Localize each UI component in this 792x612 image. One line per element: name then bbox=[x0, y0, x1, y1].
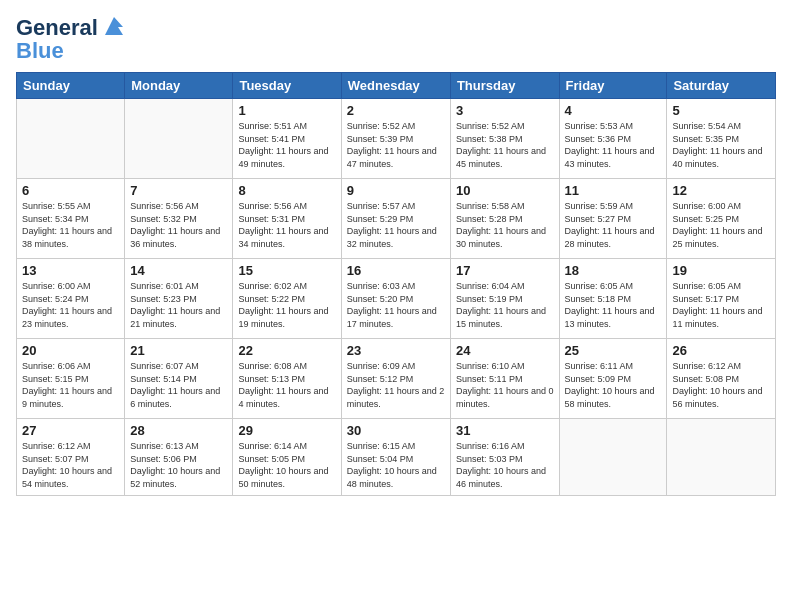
calendar-cell: 14Sunrise: 6:01 AM Sunset: 5:23 PM Dayli… bbox=[125, 259, 233, 339]
calendar-cell: 26Sunrise: 6:12 AM Sunset: 5:08 PM Dayli… bbox=[667, 339, 776, 419]
day-info: Sunrise: 6:00 AM Sunset: 5:24 PM Dayligh… bbox=[22, 280, 119, 330]
calendar-cell: 7Sunrise: 5:56 AM Sunset: 5:32 PM Daylig… bbox=[125, 179, 233, 259]
day-number: 1 bbox=[238, 103, 335, 118]
day-number: 6 bbox=[22, 183, 119, 198]
calendar-cell: 5Sunrise: 5:54 AM Sunset: 5:35 PM Daylig… bbox=[667, 99, 776, 179]
calendar-cell bbox=[125, 99, 233, 179]
day-number: 10 bbox=[456, 183, 554, 198]
day-info: Sunrise: 6:03 AM Sunset: 5:20 PM Dayligh… bbox=[347, 280, 445, 330]
logo-icon bbox=[101, 13, 127, 39]
day-info: Sunrise: 5:51 AM Sunset: 5:41 PM Dayligh… bbox=[238, 120, 335, 170]
calendar-cell: 17Sunrise: 6:04 AM Sunset: 5:19 PM Dayli… bbox=[450, 259, 559, 339]
calendar-cell: 19Sunrise: 6:05 AM Sunset: 5:17 PM Dayli… bbox=[667, 259, 776, 339]
calendar-cell: 12Sunrise: 6:00 AM Sunset: 5:25 PM Dayli… bbox=[667, 179, 776, 259]
day-number: 8 bbox=[238, 183, 335, 198]
weekday-header: Sunday bbox=[17, 73, 125, 99]
page-header: General Blue bbox=[16, 16, 776, 62]
day-number: 21 bbox=[130, 343, 227, 358]
day-info: Sunrise: 6:10 AM Sunset: 5:11 PM Dayligh… bbox=[456, 360, 554, 410]
calendar-cell: 6Sunrise: 5:55 AM Sunset: 5:34 PM Daylig… bbox=[17, 179, 125, 259]
weekday-header: Saturday bbox=[667, 73, 776, 99]
calendar-cell: 30Sunrise: 6:15 AM Sunset: 5:04 PM Dayli… bbox=[341, 419, 450, 495]
calendar-cell: 24Sunrise: 6:10 AM Sunset: 5:11 PM Dayli… bbox=[450, 339, 559, 419]
calendar-cell: 9Sunrise: 5:57 AM Sunset: 5:29 PM Daylig… bbox=[341, 179, 450, 259]
day-number: 2 bbox=[347, 103, 445, 118]
weekday-header: Thursday bbox=[450, 73, 559, 99]
day-info: Sunrise: 5:56 AM Sunset: 5:31 PM Dayligh… bbox=[238, 200, 335, 250]
day-info: Sunrise: 6:05 AM Sunset: 5:18 PM Dayligh… bbox=[565, 280, 662, 330]
calendar-cell: 23Sunrise: 6:09 AM Sunset: 5:12 PM Dayli… bbox=[341, 339, 450, 419]
day-number: 15 bbox=[238, 263, 335, 278]
calendar-week-row: 13Sunrise: 6:00 AM Sunset: 5:24 PM Dayli… bbox=[17, 259, 776, 339]
calendar-cell bbox=[667, 419, 776, 495]
day-info: Sunrise: 6:04 AM Sunset: 5:19 PM Dayligh… bbox=[456, 280, 554, 330]
day-info: Sunrise: 5:59 AM Sunset: 5:27 PM Dayligh… bbox=[565, 200, 662, 250]
day-number: 26 bbox=[672, 343, 770, 358]
day-info: Sunrise: 6:01 AM Sunset: 5:23 PM Dayligh… bbox=[130, 280, 227, 330]
calendar-cell: 2Sunrise: 5:52 AM Sunset: 5:39 PM Daylig… bbox=[341, 99, 450, 179]
calendar-cell: 3Sunrise: 5:52 AM Sunset: 5:38 PM Daylig… bbox=[450, 99, 559, 179]
calendar-cell bbox=[559, 419, 667, 495]
day-number: 30 bbox=[347, 423, 445, 438]
logo-general: General bbox=[16, 15, 98, 40]
weekday-header: Wednesday bbox=[341, 73, 450, 99]
day-info: Sunrise: 5:58 AM Sunset: 5:28 PM Dayligh… bbox=[456, 200, 554, 250]
day-info: Sunrise: 6:14 AM Sunset: 5:05 PM Dayligh… bbox=[238, 440, 335, 490]
logo: General Blue bbox=[16, 16, 127, 62]
calendar-cell: 11Sunrise: 5:59 AM Sunset: 5:27 PM Dayli… bbox=[559, 179, 667, 259]
day-number: 4 bbox=[565, 103, 662, 118]
calendar-cell: 22Sunrise: 6:08 AM Sunset: 5:13 PM Dayli… bbox=[233, 339, 341, 419]
day-info: Sunrise: 5:52 AM Sunset: 5:39 PM Dayligh… bbox=[347, 120, 445, 170]
calendar-header-row: SundayMondayTuesdayWednesdayThursdayFrid… bbox=[17, 73, 776, 99]
calendar-cell: 10Sunrise: 5:58 AM Sunset: 5:28 PM Dayli… bbox=[450, 179, 559, 259]
calendar-cell: 29Sunrise: 6:14 AM Sunset: 5:05 PM Dayli… bbox=[233, 419, 341, 495]
day-info: Sunrise: 6:06 AM Sunset: 5:15 PM Dayligh… bbox=[22, 360, 119, 410]
day-number: 25 bbox=[565, 343, 662, 358]
day-number: 20 bbox=[22, 343, 119, 358]
calendar-cell: 4Sunrise: 5:53 AM Sunset: 5:36 PM Daylig… bbox=[559, 99, 667, 179]
day-info: Sunrise: 6:07 AM Sunset: 5:14 PM Dayligh… bbox=[130, 360, 227, 410]
weekday-header: Monday bbox=[125, 73, 233, 99]
day-info: Sunrise: 5:57 AM Sunset: 5:29 PM Dayligh… bbox=[347, 200, 445, 250]
day-info: Sunrise: 6:13 AM Sunset: 5:06 PM Dayligh… bbox=[130, 440, 227, 490]
day-info: Sunrise: 5:54 AM Sunset: 5:35 PM Dayligh… bbox=[672, 120, 770, 170]
calendar-cell: 27Sunrise: 6:12 AM Sunset: 5:07 PM Dayli… bbox=[17, 419, 125, 495]
logo-blue: Blue bbox=[16, 40, 127, 62]
day-info: Sunrise: 6:15 AM Sunset: 5:04 PM Dayligh… bbox=[347, 440, 445, 490]
svg-marker-0 bbox=[105, 17, 123, 35]
calendar-table: SundayMondayTuesdayWednesdayThursdayFrid… bbox=[16, 72, 776, 495]
day-number: 3 bbox=[456, 103, 554, 118]
calendar-cell: 25Sunrise: 6:11 AM Sunset: 5:09 PM Dayli… bbox=[559, 339, 667, 419]
day-number: 29 bbox=[238, 423, 335, 438]
day-number: 23 bbox=[347, 343, 445, 358]
day-number: 18 bbox=[565, 263, 662, 278]
calendar-cell: 31Sunrise: 6:16 AM Sunset: 5:03 PM Dayli… bbox=[450, 419, 559, 495]
day-info: Sunrise: 6:12 AM Sunset: 5:07 PM Dayligh… bbox=[22, 440, 119, 490]
day-number: 19 bbox=[672, 263, 770, 278]
calendar-cell: 16Sunrise: 6:03 AM Sunset: 5:20 PM Dayli… bbox=[341, 259, 450, 339]
day-number: 27 bbox=[22, 423, 119, 438]
day-info: Sunrise: 5:56 AM Sunset: 5:32 PM Dayligh… bbox=[130, 200, 227, 250]
calendar-cell: 8Sunrise: 5:56 AM Sunset: 5:31 PM Daylig… bbox=[233, 179, 341, 259]
weekday-header: Tuesday bbox=[233, 73, 341, 99]
calendar-cell: 15Sunrise: 6:02 AM Sunset: 5:22 PM Dayli… bbox=[233, 259, 341, 339]
day-info: Sunrise: 6:09 AM Sunset: 5:12 PM Dayligh… bbox=[347, 360, 445, 410]
calendar-week-row: 27Sunrise: 6:12 AM Sunset: 5:07 PM Dayli… bbox=[17, 419, 776, 495]
day-info: Sunrise: 5:55 AM Sunset: 5:34 PM Dayligh… bbox=[22, 200, 119, 250]
calendar-cell: 18Sunrise: 6:05 AM Sunset: 5:18 PM Dayli… bbox=[559, 259, 667, 339]
calendar-cell bbox=[17, 99, 125, 179]
day-info: Sunrise: 6:08 AM Sunset: 5:13 PM Dayligh… bbox=[238, 360, 335, 410]
day-number: 11 bbox=[565, 183, 662, 198]
day-number: 7 bbox=[130, 183, 227, 198]
day-info: Sunrise: 6:11 AM Sunset: 5:09 PM Dayligh… bbox=[565, 360, 662, 410]
calendar-cell: 21Sunrise: 6:07 AM Sunset: 5:14 PM Dayli… bbox=[125, 339, 233, 419]
day-info: Sunrise: 5:52 AM Sunset: 5:38 PM Dayligh… bbox=[456, 120, 554, 170]
day-number: 9 bbox=[347, 183, 445, 198]
day-number: 22 bbox=[238, 343, 335, 358]
calendar-week-row: 1Sunrise: 5:51 AM Sunset: 5:41 PM Daylig… bbox=[17, 99, 776, 179]
day-number: 28 bbox=[130, 423, 227, 438]
day-number: 16 bbox=[347, 263, 445, 278]
day-info: Sunrise: 6:12 AM Sunset: 5:08 PM Dayligh… bbox=[672, 360, 770, 410]
day-info: Sunrise: 6:00 AM Sunset: 5:25 PM Dayligh… bbox=[672, 200, 770, 250]
day-info: Sunrise: 6:16 AM Sunset: 5:03 PM Dayligh… bbox=[456, 440, 554, 490]
